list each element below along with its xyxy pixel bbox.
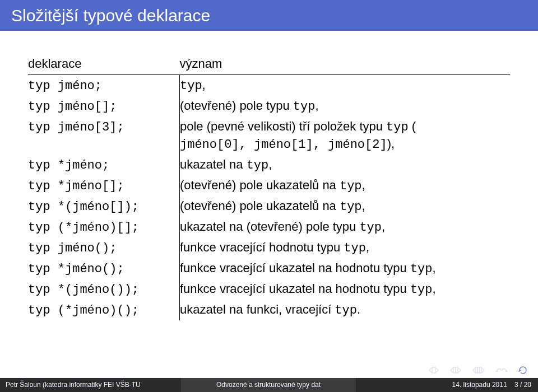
declaration-code: typ *(jméno());	[28, 283, 139, 297]
table-row: typ (*jméno)[];ukazatel na (otevřené) po…	[28, 217, 510, 237]
meaning-cell: funkce vracející ukazatel na hodnotu typ…	[180, 258, 511, 279]
table-row: typ jméno[3];pole (pevné velikosti) tří …	[28, 116, 510, 155]
declaration-code: typ *jméno;	[28, 158, 109, 172]
meaning-cell: (otevřené) pole typu typ,	[180, 96, 511, 116]
meaning-code: typ	[386, 120, 409, 134]
table-row: typ *(jméno[]);(otevřené) pole ukazatelů…	[28, 196, 510, 217]
declaration-code: typ jméno[];	[28, 100, 117, 114]
footer-bar: Petr Šaloun (katedra informatiky FEI VŠB…	[0, 378, 538, 392]
meaning-cell: funkce vracející hodnotu typu typ,	[180, 237, 511, 258]
table-header-right: význam	[180, 55, 511, 75]
slide-content: deklarace význam typ jméno;typ,typ jméno…	[0, 31, 538, 320]
declaration-cell: typ jméno;	[28, 75, 180, 96]
declaration-code: typ jméno[3];	[28, 120, 124, 134]
footer-page: 3 / 20	[514, 381, 531, 389]
table-row: typ *jméno;ukazatel na typ,	[28, 155, 510, 175]
meaning-cell: ukazatel na (otevřené) pole typu typ,	[180, 217, 511, 237]
table-row: typ jméno;typ,	[28, 75, 510, 96]
table-row: typ jméno();funkce vracející hodnotu typ…	[28, 237, 510, 258]
table-row: typ *jméno[];(otevřené) pole ukazatelů n…	[28, 175, 510, 196]
declaration-code: typ (*jméno)[];	[28, 221, 139, 235]
meaning-text: funkce vracející ukazatel na hodnotu typ…	[180, 261, 410, 275]
declaration-cell: typ *jméno;	[28, 155, 180, 175]
declaration-cell: typ *jméno[];	[28, 175, 180, 196]
declaration-cell: typ *jméno();	[28, 258, 180, 279]
meaning-cell: ukazatel na funkci, vracející typ.	[180, 300, 511, 320]
meaning-code: typ	[180, 79, 202, 93]
meaning-text: ,	[362, 199, 365, 213]
beamer-nav-symbols[interactable]	[428, 365, 528, 375]
meaning-text: ,	[202, 78, 206, 92]
table-row: typ *jméno();funkce vracející ukazatel n…	[28, 258, 510, 279]
svg-rect-5	[480, 367, 481, 373]
meaning-text: ,	[382, 220, 385, 234]
declaration-cell: typ (*jméno)[];	[28, 217, 180, 237]
declaration-cell: typ *(jméno[]);	[28, 196, 180, 217]
meaning-text: ,	[315, 99, 318, 113]
nav-refresh-icon[interactable]	[518, 365, 528, 375]
table-row: typ jméno[];(otevřené) pole typu typ,	[28, 96, 510, 116]
meaning-code: typ	[344, 241, 366, 255]
meaning-text: (	[409, 119, 416, 133]
meaning-cell: (otevřené) pole ukazatelů na typ,	[180, 175, 511, 196]
meaning-text: ,	[366, 240, 369, 254]
footer-author: Petr Šaloun (katedra informatiky FEI VŠB…	[0, 378, 181, 392]
table-row: typ *(jméno());funkce vracející ukazatel…	[28, 279, 510, 300]
declarations-table: deklarace význam typ jméno;typ,typ jméno…	[28, 55, 510, 320]
nav-back-forward-icon[interactable]	[495, 366, 508, 374]
table-header-left: deklarace	[28, 55, 180, 75]
footer-talk-title: Odvozené a strukturované typy dat	[181, 378, 356, 392]
meaning-text: ,	[362, 178, 365, 192]
meaning-text: ,	[433, 261, 436, 275]
meaning-text: (otevřené) pole ukazatelů na	[180, 199, 340, 213]
nav-slide-icon[interactable]	[428, 366, 439, 374]
svg-rect-0	[432, 367, 435, 373]
meaning-text: ukazatel na funkci, vracející	[180, 302, 335, 316]
meaning-cell: funkce vracející ukazatel na hodnotu typ…	[180, 279, 511, 300]
meaning-cell: typ,	[180, 75, 511, 96]
meaning-code: typ	[340, 179, 362, 193]
meaning-text: ukazatel na (otevřené) pole typu	[180, 220, 359, 234]
meaning-code: typ	[335, 304, 357, 318]
meaning-text: ),	[387, 137, 395, 151]
slide: Složitější typové deklarace deklarace vý…	[0, 0, 538, 392]
meaning-cell: ukazatel na typ,	[180, 155, 511, 175]
meaning-code: typ	[410, 283, 433, 297]
nav-section-icon[interactable]	[472, 366, 485, 374]
slide-title: Složitější typové deklarace	[0, 0, 538, 31]
declaration-cell: typ *(jméno());	[28, 279, 180, 300]
meaning-text: pole (pevné velikosti) tří položek typu	[180, 119, 386, 133]
declaration-code: typ jméno();	[28, 241, 117, 255]
table-row: typ (*jméno)();ukazatel na funkci, vrace…	[28, 300, 510, 320]
meaning-code: jméno[0], jméno[1], jméno[2]	[180, 138, 387, 152]
meaning-code: typ	[359, 221, 382, 235]
meaning-text: (otevřené) pole ukazatelů na	[180, 178, 340, 192]
meaning-text: ,	[433, 282, 436, 296]
meaning-text: .	[357, 302, 360, 316]
declaration-cell: typ jméno();	[28, 237, 180, 258]
declaration-cell: typ jméno[3];	[28, 116, 180, 155]
table-header-row: deklarace význam	[28, 55, 510, 75]
declaration-code: typ *(jméno[]);	[28, 200, 139, 214]
meaning-code: typ	[340, 200, 362, 214]
meaning-code: typ	[410, 262, 433, 276]
declaration-code: typ (*jméno)();	[28, 304, 139, 318]
footer-date-page: 14. listopadu 2011 3 / 20	[356, 378, 538, 392]
footer-date: 14. listopadu 2011	[452, 381, 507, 389]
meaning-code: typ	[247, 158, 269, 172]
meaning-text: funkce vracející ukazatel na hodnotu typ…	[180, 282, 410, 296]
declaration-code: typ jméno;	[28, 79, 102, 93]
meaning-cell: pole (pevné velikosti) tří položek typu …	[180, 116, 511, 155]
meaning-code: typ	[293, 100, 316, 114]
declaration-cell: typ (*jméno)();	[28, 300, 180, 320]
meaning-text: ,	[268, 157, 272, 171]
nav-frame-icon[interactable]	[449, 366, 462, 374]
declaration-code: typ *jméno[];	[28, 179, 124, 193]
meaning-cell: (otevřené) pole ukazatelů na typ,	[180, 196, 511, 217]
declaration-code: typ *jméno();	[28, 262, 124, 276]
declaration-cell: typ jméno[];	[28, 96, 180, 116]
meaning-text: funkce vracející hodnotu typu	[180, 240, 344, 254]
svg-rect-2	[456, 367, 458, 373]
meaning-text: ukazatel na	[180, 157, 247, 171]
meaning-text: (otevřené) pole typu	[180, 99, 293, 113]
